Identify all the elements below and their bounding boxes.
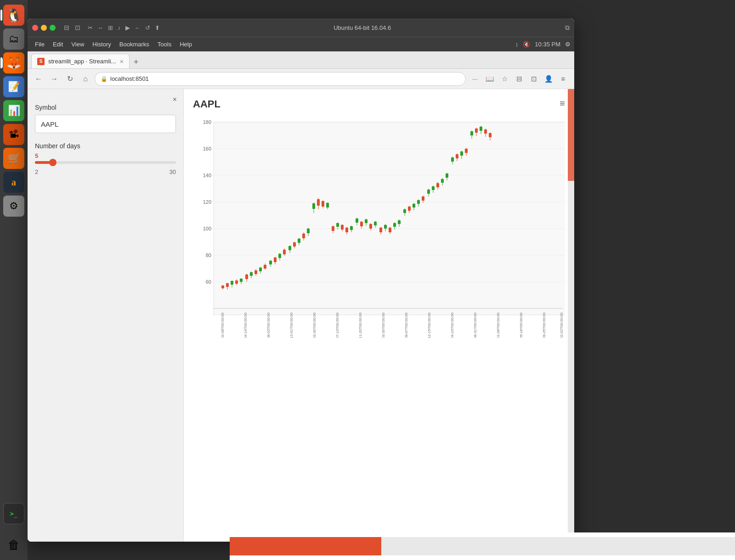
ubuntu-icon[interactable]: 🐧 [3,5,24,26]
svg-rect-101 [422,196,424,201]
sidebar-panel: × Symbol Number of days 5 2 30 [28,89,184,542]
window-title: Ubuntu 64-bit 16.04.6 [334,24,391,31]
browser-content: × Symbol Number of days 5 2 30 AAPL ≡ [28,89,574,542]
svg-rect-19 [226,283,229,287]
more-button[interactable]: ··· [469,73,481,85]
svg-rect-81 [374,222,377,225]
title-bar: ⊟ ⊡ ✂ ↔ ⊞ ♪ ▶ ← ↺ ⬆ Ubuntu 64-bit 16.04.… [28,18,574,37]
home-button[interactable]: ⌂ [79,73,92,85]
svg-text:2014-03-30T00:00:00: 2014-03-30T00:00:00 [312,312,317,338]
nav-icon[interactable]: ✂ [88,24,93,31]
profile-icon[interactable]: 👤 [542,73,555,85]
svg-rect-25 [240,279,243,282]
files-icon[interactable]: 🗂 [3,28,24,50]
firefox-icon[interactable]: 🦊 [3,52,24,73]
svg-rect-107 [436,183,439,187]
menu-file[interactable]: File [31,40,48,49]
svg-rect-49 [298,239,300,243]
svg-rect-121 [470,131,473,135]
svg-rect-111 [446,174,448,178]
reload-button[interactable]: ↻ [63,73,76,85]
monitor-icon[interactable]: ⊡ [75,24,80,31]
traffic-lights [32,25,56,31]
browser-tab[interactable]: S streamlit_app · Streamli... × [31,54,130,68]
svg-text:2015-03-30T00:00:00: 2015-03-30T00:00:00 [381,312,385,338]
trash-icon[interactable]: 🗑 [3,534,24,555]
refresh-icon[interactable]: ↺ [145,24,150,31]
svg-rect-63 [332,226,334,231]
svg-rect-79 [369,224,372,229]
sidebar-icon[interactable]: ⊟ [64,24,69,31]
svg-rect-99 [417,200,420,204]
slider-container [35,161,176,166]
video-icon[interactable]: ▶ [125,24,130,31]
svg-rect-61 [326,203,329,207]
svg-rect-47 [293,242,296,246]
svg-text:2013-02-08T00:00:00: 2013-02-08T00:00:00 [220,312,225,338]
calc-icon[interactable]: 📊 [3,100,24,121]
scrollbar-thumb[interactable] [568,89,574,181]
svg-text:60: 60 [206,279,211,285]
svg-text:2014-07-13T00:00:00: 2014-07-13T00:00:00 [335,312,339,338]
menu-help[interactable]: Help [176,40,196,49]
new-tab-button[interactable]: + [130,56,142,68]
sidebar-toggle[interactable]: ⊟ [513,73,526,85]
back-icon[interactable]: ↔ [97,24,103,31]
share-icon[interactable]: ⬆ [155,24,160,31]
sidebar-close-button[interactable]: × [173,95,177,104]
forward-button[interactable]: → [48,73,61,85]
svg-rect-59 [322,201,324,207]
mute-icon[interactable]: 🔇 [523,41,530,48]
menu-icon[interactable]: ≡ [557,73,570,85]
svg-rect-45 [288,246,291,250]
menu-bookmarks[interactable]: Bookmarks [116,40,153,49]
svg-rect-129 [489,133,492,137]
writer-icon[interactable]: 📝 [3,76,24,97]
appstore-icon[interactable]: 🛒 [3,148,24,169]
nav-actions: ··· 📖 ☆ ⊟ ⊡ 👤 ≡ [469,73,570,85]
back-button[interactable]: ← [32,73,45,85]
svg-text:2015-12-15T00:00:00: 2015-12-15T00:00:00 [427,312,431,338]
nav-bar: ← → ↻ ⌂ 🔒 localhost:8501 ··· 📖 ☆ ⊟ ⊡ 👤 ≡ [28,69,574,89]
svg-rect-103 [427,190,430,194]
resize-icon[interactable]: ⧉ [565,24,570,32]
close-window-button[interactable] [32,25,38,31]
terminal-icon[interactable]: >_ [3,503,24,524]
svg-rect-29 [250,272,253,276]
svg-text:80: 80 [206,252,211,258]
tab-close-button[interactable]: × [119,57,124,65]
url-bar[interactable]: 🔒 localhost:8501 [95,72,466,86]
menu-edit[interactable]: Edit [49,40,67,49]
svg-text:2018-02-02T00:00:00: 2018-02-02T00:00:00 [560,312,564,338]
bookmark-icon[interactable]: ☆ [498,73,511,85]
sound-icon[interactable]: ♪ [118,24,121,31]
menu-tools[interactable]: Tools [154,40,175,49]
tab-view-icon[interactable]: ⊡ [527,73,540,85]
minimize-window-button[interactable] [41,25,47,31]
hamburger-menu-button[interactable]: ≡ [560,98,565,109]
svg-rect-21 [231,281,233,285]
svg-text:180: 180 [203,119,211,125]
svg-rect-73 [356,218,358,223]
settings-gear-icon[interactable]: ⚙ [565,41,571,48]
symbol-input[interactable] [35,115,176,133]
tab-title: streamlit_app · Streamli... [48,58,116,65]
settings-icon[interactable]: ⚙ [3,196,24,217]
arrow-icon[interactable]: ← [135,24,141,31]
svg-rect-97 [413,204,415,207]
impress-icon[interactable]: 📽 [3,124,24,145]
scrollbar[interactable] [568,89,574,542]
maximize-window-button[interactable] [50,25,56,31]
menu-history[interactable]: History [89,40,114,49]
svg-rect-87 [389,228,391,232]
menu-view[interactable]: View [68,40,88,49]
sort-icon[interactable]: ↕ [515,41,519,48]
svg-rect-83 [379,228,382,232]
svg-rect-65 [336,223,339,227]
lock-icon[interactable]: ⊞ [108,24,113,31]
svg-text:2014-11-20T00:00:00: 2014-11-20T00:00:00 [358,312,362,338]
menu-right: ↕ 🔇 10:35 PM ⚙ [515,41,571,48]
reader-icon[interactable]: 📖 [483,73,496,85]
title-bar-icons: ⊟ ⊡ [64,24,80,31]
amazon-icon[interactable]: a [3,172,24,193]
